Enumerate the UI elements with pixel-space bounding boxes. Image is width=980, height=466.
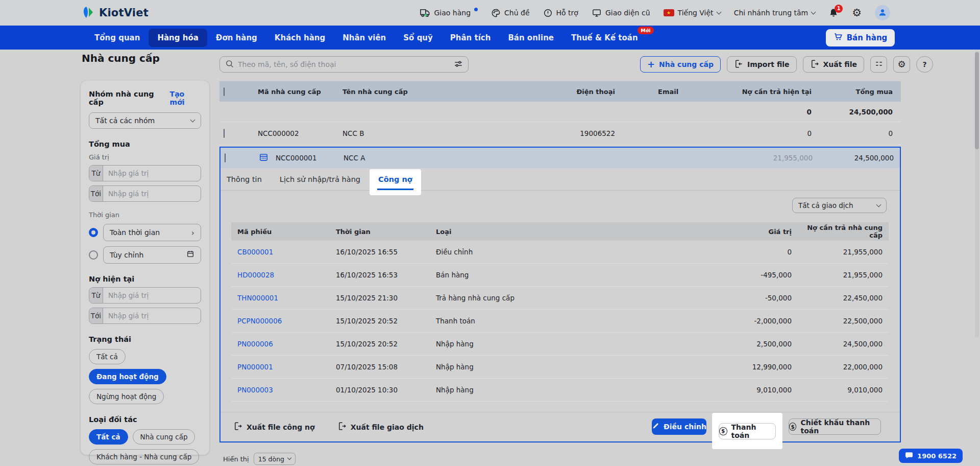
payment-discount-button[interactable]: $ Chiết khấu thanh toán: [789, 418, 881, 435]
doc-type: Điều chỉnh: [433, 248, 710, 256]
header-code: Mã nhà cung cấp: [243, 88, 337, 96]
delivery-menu[interactable]: Giao hàng: [420, 8, 478, 17]
transaction-filter-row: Tất cả giao dịch: [220, 191, 900, 222]
search-icon: [225, 59, 234, 69]
summary-debt: 0: [732, 108, 812, 116]
status-chip-active[interactable]: Đang hoạt động: [89, 369, 166, 384]
nav-don-hang[interactable]: Đơn hàng: [207, 29, 266, 47]
column-settings-button[interactable]: [870, 56, 887, 73]
nav-phan-tich[interactable]: Phân tích: [442, 29, 500, 47]
nav-khach-hang[interactable]: Khách hàng: [266, 29, 334, 47]
doc-debt: 21,955,000: [792, 271, 889, 279]
import-file-button[interactable]: Import file: [727, 56, 797, 73]
create-group-link[interactable]: Tạo mới: [170, 90, 201, 106]
doc-type: Nhập hàng: [433, 363, 710, 371]
export-transactions-file-button[interactable]: Xuất file giao dịch: [337, 422, 424, 432]
nav-ban-online[interactable]: Bán online: [499, 29, 562, 47]
nav-tong-quan[interactable]: Tổng quan: [86, 29, 149, 47]
adjust-label: Điều chỉnh: [664, 423, 706, 431]
custom-time-option[interactable]: Tùy chỉnh: [103, 246, 201, 264]
doc-link[interactable]: HD000028: [237, 271, 274, 279]
vertical-scrollbar[interactable]: [975, 51, 979, 337]
select-all-checkbox[interactable]: [224, 87, 225, 96]
transaction-type-value: Tất cả giao dịch: [798, 201, 853, 209]
all-time-option[interactable]: Toàn thời gian ›: [103, 224, 201, 241]
doc-link[interactable]: PN000006: [237, 340, 273, 348]
tab-thong-tin[interactable]: Thông tin: [227, 168, 262, 190]
debt-from-input[interactable]: [103, 288, 201, 303]
doc-value: 2,500,000: [710, 340, 792, 348]
status-chip-all[interactable]: Tất cả: [89, 349, 126, 364]
supplier-row-ncc000002[interactable]: NCC000002 NCC B 19006522 0 0: [219, 122, 901, 145]
nav-thue-ke-toan[interactable]: Thuế & Kế toán Mới: [562, 29, 647, 47]
chat-bubble-icon: [905, 451, 913, 461]
doc-value: 12,990,000: [710, 363, 792, 371]
branch-selector[interactable]: Chi nhánh trung tâm: [734, 9, 816, 17]
search-bar: [219, 56, 469, 73]
nav-hang-hoa[interactable]: Hàng hóa: [149, 29, 207, 47]
purchase-from-input[interactable]: [103, 166, 201, 181]
nav-thue-ke-toan-label: Thuế & Kế toán: [571, 33, 638, 42]
export-file-button[interactable]: Xuất file: [803, 56, 864, 73]
export-debt-file-button[interactable]: Xuất file công nợ: [233, 422, 315, 432]
doc-link[interactable]: PN000001: [237, 363, 273, 371]
custom-time-radio[interactable]: [89, 250, 98, 260]
doc-link[interactable]: PCPN000006: [237, 317, 282, 325]
help-button[interactable]: ?: [916, 56, 933, 73]
plus-icon: +: [647, 60, 655, 69]
truck-icon: [420, 8, 431, 17]
settings-button[interactable]: ⚙: [852, 8, 862, 18]
doc-link[interactable]: THN000001: [237, 294, 278, 302]
partner-chip-supplier[interactable]: Nhà cung cấp: [133, 429, 195, 445]
supplier-name: NCC A: [338, 154, 465, 162]
file-export-icon: [337, 422, 347, 432]
page-size-select[interactable]: 15 dòng: [254, 453, 296, 465]
nav-so-quy[interactable]: Sổ quỹ: [395, 29, 442, 47]
filter-sliders-icon[interactable]: [454, 59, 463, 70]
adjust-button[interactable]: Điều chỉnh: [652, 418, 706, 435]
row-checkbox[interactable]: [224, 129, 225, 138]
purchase-from-field: Từ: [89, 165, 201, 181]
doc-debt: 22,500,000: [792, 317, 889, 325]
old-interface-menu[interactable]: Giao diện cũ: [592, 8, 650, 18]
partner-chip-all[interactable]: Tất cả: [89, 429, 128, 445]
language-selector[interactable]: ★ Tiếng Việt: [664, 9, 721, 17]
all-time-radio[interactable]: [89, 228, 98, 237]
doc-value: -50,000: [710, 294, 792, 302]
debt-to-input[interactable]: [103, 308, 201, 323]
group-select[interactable]: Tất cả các nhóm: [89, 112, 201, 129]
scrollbar-thumb[interactable]: [975, 52, 979, 149]
support-label: Hỗ trợ: [556, 9, 578, 17]
theme-menu[interactable]: Chủ đề: [491, 8, 529, 18]
row-checkbox[interactable]: [225, 153, 226, 162]
partner-chip-customer-supplier[interactable]: Khách hàng - Nhà cung cấp: [89, 449, 199, 464]
doc-link[interactable]: CB000001: [237, 248, 273, 256]
detail-tabs: Thông tin Lịch sử nhập/trả hàng Công nợ: [220, 168, 900, 191]
support-hotline-button[interactable]: 1900 6522: [899, 449, 963, 463]
doc-link[interactable]: PN000003: [237, 386, 273, 394]
transaction-type-select[interactable]: Tất cả giao dịch: [792, 198, 887, 213]
kiotviet-screen: KiotViet Giao hàng: [0, 0, 980, 466]
add-supplier-button[interactable]: + Nhà cung cấp: [640, 56, 721, 73]
nav-nhan-vien[interactable]: Nhân viên: [334, 29, 395, 47]
header-phone: Điện thoại: [464, 88, 615, 96]
status-chip-inactive[interactable]: Ngừng hoạt động: [89, 389, 164, 404]
kiotviet-logo[interactable]: KiotViet: [82, 6, 149, 20]
table-settings-button[interactable]: ⚙: [893, 56, 910, 73]
toolbar-buttons: + Nhà cung cấp Import file Xuất file: [640, 56, 933, 73]
payment-button[interactable]: $ Thanh toán: [719, 423, 776, 439]
tab-cong-no[interactable]: Công nợ: [378, 168, 412, 190]
sell-button[interactable]: Bán hàng: [826, 29, 895, 46]
purchase-to-input[interactable]: [103, 186, 201, 201]
doc-type: Nhập hàng: [433, 340, 710, 348]
tab-lich-su[interactable]: Lịch sử nhập/trả hàng: [280, 168, 360, 190]
add-supplier-label: Nhà cung cấp: [659, 60, 714, 68]
supplier-row-ncc000001[interactable]: NCC000001 NCC A 21,955,000 24,500,000: [220, 148, 900, 168]
all-time-label: Toàn thời gian: [110, 228, 160, 237]
user-avatar[interactable]: [875, 5, 890, 20]
notifications-button[interactable]: 1: [828, 8, 839, 18]
support-menu[interactable]: Hỗ trợ: [543, 8, 578, 18]
custom-time-label: Tùy chỉnh: [110, 251, 143, 259]
search-input[interactable]: [238, 60, 450, 68]
doc-type: Nhập hàng: [433, 386, 710, 394]
